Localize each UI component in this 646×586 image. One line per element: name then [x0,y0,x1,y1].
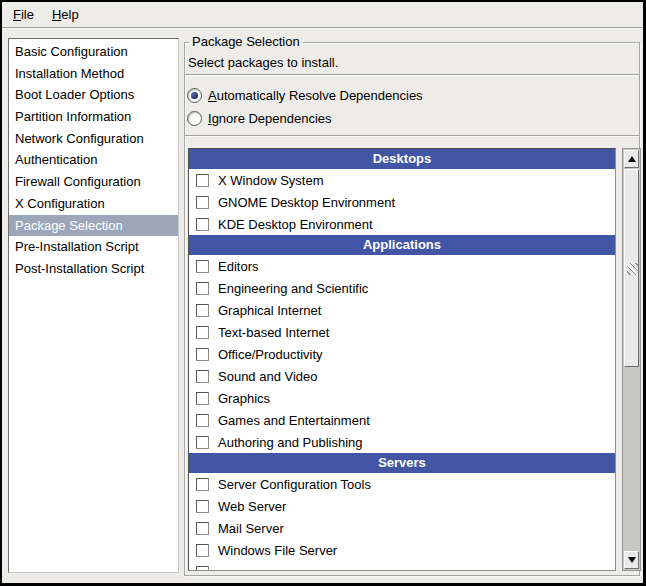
package-label: Web Server [218,499,286,514]
group-header-desktops: Desktops [189,149,615,169]
category-sidebar: Basic ConfigurationInstallation MethodBo… [8,38,179,573]
package-label: Sound and Video [218,369,318,384]
checkbox-unchecked-icon[interactable] [196,218,209,231]
frame-title: Package Selection [189,34,303,50]
radio-selected-icon[interactable] [187,88,202,103]
down-arrow-icon [628,557,636,563]
package-row-editors[interactable]: Editors [189,255,615,277]
package-selection-frame: Package Selection Select packages to ins… [184,42,640,576]
kickstart-configurator-window: FileHelp Basic ConfigurationInstallation… [0,0,646,586]
checkbox-unchecked-icon[interactable] [196,414,209,427]
radio-dot [191,92,198,99]
sidebar-item-basic-configuration[interactable]: Basic Configuration [9,41,178,63]
mnemonic-underline: F [13,7,21,22]
package-label: Graphical Internet [218,303,321,318]
package-label: Text-based Internet [218,325,329,340]
sidebar-item-firewall-configuration[interactable]: Firewall Configuration [9,171,178,193]
menu-bar: FileHelp [2,2,643,28]
checkbox-unchecked-icon[interactable] [196,436,209,449]
sidebar-item-installation-method[interactable]: Installation Method [9,63,178,85]
checkbox-unchecked-icon[interactable] [196,522,209,535]
package-row-kde-desktop-environment[interactable]: KDE Desktop Environment [189,213,615,235]
separator [185,135,639,137]
subtitle-text: Select packages to install. [188,55,338,70]
package-list-container: DesktopsX Window SystemGNOME Desktop Env… [188,148,641,571]
scroll-up-button[interactable] [624,150,639,168]
scrollbar-thumb[interactable] [624,169,639,367]
sidebar-item-x-configuration[interactable]: X Configuration [9,193,178,215]
package-row-games-and-entertainment[interactable]: Games and Entertainment [189,409,615,431]
group-header-servers: Servers [189,453,615,473]
mnemonic-underline: I [208,111,212,126]
checkbox-unchecked-icon[interactable] [196,348,209,361]
checkbox-unchecked-icon[interactable] [196,282,209,295]
package-label: Windows File Server [218,543,337,558]
group-header-applications: Applications [189,235,615,255]
sidebar-item-boot-loader-options[interactable]: Boot Loader Options [9,84,178,106]
radio-option-automatically-resolve-dependencies[interactable]: Automatically Resolve Dependencies [187,84,423,107]
checkbox-unchecked-icon[interactable] [196,370,209,383]
package-list: DesktopsX Window SystemGNOME Desktop Env… [188,148,616,571]
package-label: Mail Server [218,521,284,536]
dependency-options: Automatically Resolve DependenciesIgnore… [187,84,423,130]
vertical-scrollbar[interactable] [622,148,641,571]
menu-help[interactable]: Help [43,3,88,26]
checkbox-unchecked-icon[interactable] [196,500,209,513]
radio-unselected-icon[interactable] [187,111,202,126]
radio-label: Ignore Dependencies [208,111,332,126]
package-row-graphics[interactable]: Graphics [189,387,615,409]
radio-option-ignore-dependencies[interactable]: Ignore Dependencies [187,107,423,130]
package-row-gnome-desktop-environment[interactable]: GNOME Desktop Environment [189,191,615,213]
sidebar-item-network-configuration[interactable]: Network Configuration [9,128,178,150]
checkbox-unchecked-icon[interactable] [196,392,209,405]
checkbox-unchecked-icon[interactable] [196,326,209,339]
package-label: KDE Desktop Environment [218,217,373,232]
sidebar-item-partition-information[interactable]: Partition Information [9,106,178,128]
sidebar-item-pre-installation-script[interactable]: Pre-Installation Script [9,236,178,258]
package-label: Authoring and Publishing [218,435,363,450]
package-label: Games and Entertainment [218,413,370,428]
package-label: Graphics [218,391,270,406]
radio-label: Automatically Resolve Dependencies [208,88,423,103]
package-row-web-server[interactable]: Web Server [189,495,615,517]
separator [185,74,639,76]
package-row-mail-server[interactable]: Mail Server [189,517,615,539]
checkbox-unchecked-icon[interactable] [196,304,209,317]
checkbox-unchecked-icon[interactable] [196,260,209,273]
package-row-windows-file-server[interactable]: Windows File Server [189,539,615,561]
package-row-authoring-and-publishing[interactable]: Authoring and Publishing [189,431,615,453]
package-label: Server Configuration Tools [218,477,371,492]
package-row-text-based-internet[interactable]: Text-based Internet [189,321,615,343]
checkbox-unchecked-icon[interactable] [196,478,209,491]
package-label: X Window System [218,173,323,188]
package-row-office-productivity[interactable]: Office/Productivity [189,343,615,365]
menu-file[interactable]: File [4,3,43,26]
package-label: GNOME Desktop Environment [218,195,395,210]
package-row-x-window-system[interactable]: X Window System [189,169,615,191]
package-row-partial[interactable] [189,561,615,571]
sidebar-item-post-installation-script[interactable]: Post-Installation Script [9,258,178,280]
checkbox-unchecked-icon[interactable] [196,174,209,187]
package-row-graphical-internet[interactable]: Graphical Internet [189,299,615,321]
up-arrow-icon [628,156,636,162]
checkbox-unchecked-icon[interactable] [196,196,209,209]
scroll-down-button[interactable] [624,551,639,569]
package-row-engineering-and-scientific[interactable]: Engineering and Scientific [189,277,615,299]
mnemonic-underline: A [208,88,217,103]
mnemonic-underline: H [52,7,61,22]
checkbox-unchecked-icon[interactable] [196,544,209,557]
package-label: Editors [218,259,258,274]
package-row-server-configuration-tools[interactable]: Server Configuration Tools [189,473,615,495]
package-label: Engineering and Scientific [218,281,368,296]
package-row-sound-and-video[interactable]: Sound and Video [189,365,615,387]
sidebar-item-package-selection[interactable]: Package Selection [9,215,178,237]
package-label: Office/Productivity [218,347,323,362]
checkbox-unchecked-icon[interactable] [196,566,209,572]
sidebar-item-authentication[interactable]: Authentication [9,149,178,171]
grip-icon [627,263,638,275]
